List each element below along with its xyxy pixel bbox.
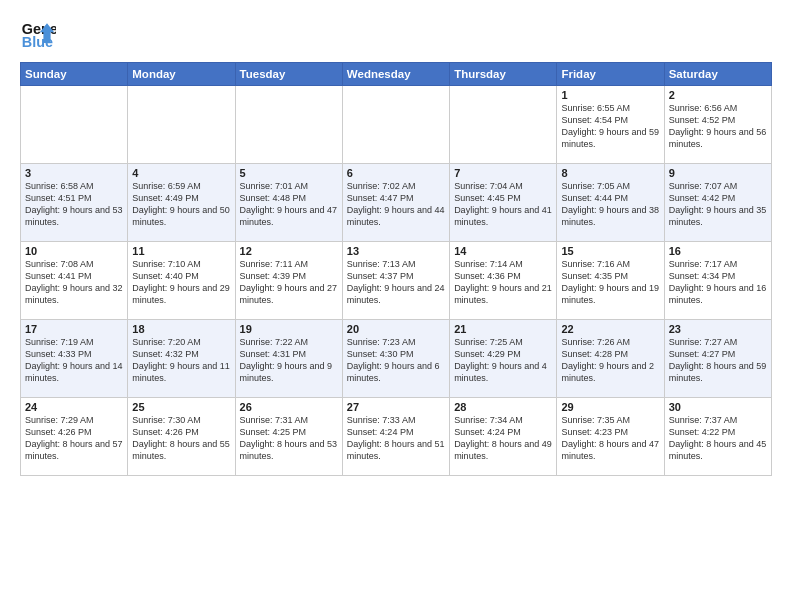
day-info: Sunrise: 7:26 AM Sunset: 4:28 PM Dayligh…	[561, 336, 659, 385]
calendar-cell: 29Sunrise: 7:35 AM Sunset: 4:23 PM Dayli…	[557, 398, 664, 476]
calendar-cell: 7Sunrise: 7:04 AM Sunset: 4:45 PM Daylig…	[450, 164, 557, 242]
day-of-week-header: Wednesday	[342, 63, 449, 86]
calendar-cell: 10Sunrise: 7:08 AM Sunset: 4:41 PM Dayli…	[21, 242, 128, 320]
calendar-week-row: 10Sunrise: 7:08 AM Sunset: 4:41 PM Dayli…	[21, 242, 772, 320]
calendar-cell: 21Sunrise: 7:25 AM Sunset: 4:29 PM Dayli…	[450, 320, 557, 398]
day-number: 26	[240, 401, 338, 413]
day-number: 15	[561, 245, 659, 257]
day-number: 9	[669, 167, 767, 179]
day-info: Sunrise: 7:11 AM Sunset: 4:39 PM Dayligh…	[240, 258, 338, 307]
day-info: Sunrise: 7:37 AM Sunset: 4:22 PM Dayligh…	[669, 414, 767, 463]
calendar-cell: 1Sunrise: 6:55 AM Sunset: 4:54 PM Daylig…	[557, 86, 664, 164]
day-of-week-header: Monday	[128, 63, 235, 86]
calendar-cell: 19Sunrise: 7:22 AM Sunset: 4:31 PM Dayli…	[235, 320, 342, 398]
calendar-header-row: SundayMondayTuesdayWednesdayThursdayFrid…	[21, 63, 772, 86]
calendar-cell: 17Sunrise: 7:19 AM Sunset: 4:33 PM Dayli…	[21, 320, 128, 398]
calendar-cell: 9Sunrise: 7:07 AM Sunset: 4:42 PM Daylig…	[664, 164, 771, 242]
day-of-week-header: Tuesday	[235, 63, 342, 86]
day-info: Sunrise: 7:31 AM Sunset: 4:25 PM Dayligh…	[240, 414, 338, 463]
calendar-cell: 24Sunrise: 7:29 AM Sunset: 4:26 PM Dayli…	[21, 398, 128, 476]
day-info: Sunrise: 6:59 AM Sunset: 4:49 PM Dayligh…	[132, 180, 230, 229]
day-info: Sunrise: 7:17 AM Sunset: 4:34 PM Dayligh…	[669, 258, 767, 307]
day-number: 29	[561, 401, 659, 413]
day-number: 10	[25, 245, 123, 257]
calendar-cell: 16Sunrise: 7:17 AM Sunset: 4:34 PM Dayli…	[664, 242, 771, 320]
day-info: Sunrise: 6:58 AM Sunset: 4:51 PM Dayligh…	[25, 180, 123, 229]
day-number: 5	[240, 167, 338, 179]
day-number: 24	[25, 401, 123, 413]
day-number: 13	[347, 245, 445, 257]
day-of-week-header: Thursday	[450, 63, 557, 86]
day-number: 1	[561, 89, 659, 101]
calendar-cell	[235, 86, 342, 164]
calendar-cell: 27Sunrise: 7:33 AM Sunset: 4:24 PM Dayli…	[342, 398, 449, 476]
day-number: 25	[132, 401, 230, 413]
calendar-cell: 15Sunrise: 7:16 AM Sunset: 4:35 PM Dayli…	[557, 242, 664, 320]
calendar-cell: 6Sunrise: 7:02 AM Sunset: 4:47 PM Daylig…	[342, 164, 449, 242]
calendar-cell: 25Sunrise: 7:30 AM Sunset: 4:26 PM Dayli…	[128, 398, 235, 476]
day-info: Sunrise: 7:02 AM Sunset: 4:47 PM Dayligh…	[347, 180, 445, 229]
day-number: 27	[347, 401, 445, 413]
day-info: Sunrise: 7:14 AM Sunset: 4:36 PM Dayligh…	[454, 258, 552, 307]
day-number: 28	[454, 401, 552, 413]
day-info: Sunrise: 7:13 AM Sunset: 4:37 PM Dayligh…	[347, 258, 445, 307]
calendar-week-row: 24Sunrise: 7:29 AM Sunset: 4:26 PM Dayli…	[21, 398, 772, 476]
calendar-cell: 26Sunrise: 7:31 AM Sunset: 4:25 PM Dayli…	[235, 398, 342, 476]
day-info: Sunrise: 7:27 AM Sunset: 4:27 PM Dayligh…	[669, 336, 767, 385]
logo-icon: General Blue	[20, 16, 56, 52]
calendar-cell: 22Sunrise: 7:26 AM Sunset: 4:28 PM Dayli…	[557, 320, 664, 398]
day-number: 20	[347, 323, 445, 335]
calendar-cell: 18Sunrise: 7:20 AM Sunset: 4:32 PM Dayli…	[128, 320, 235, 398]
day-number: 22	[561, 323, 659, 335]
day-info: Sunrise: 7:25 AM Sunset: 4:29 PM Dayligh…	[454, 336, 552, 385]
calendar-cell: 20Sunrise: 7:23 AM Sunset: 4:30 PM Dayli…	[342, 320, 449, 398]
day-number: 6	[347, 167, 445, 179]
day-of-week-header: Sunday	[21, 63, 128, 86]
calendar-cell	[21, 86, 128, 164]
day-info: Sunrise: 7:04 AM Sunset: 4:45 PM Dayligh…	[454, 180, 552, 229]
day-info: Sunrise: 7:01 AM Sunset: 4:48 PM Dayligh…	[240, 180, 338, 229]
calendar-cell: 30Sunrise: 7:37 AM Sunset: 4:22 PM Dayli…	[664, 398, 771, 476]
day-info: Sunrise: 7:10 AM Sunset: 4:40 PM Dayligh…	[132, 258, 230, 307]
calendar-cell: 28Sunrise: 7:34 AM Sunset: 4:24 PM Dayli…	[450, 398, 557, 476]
calendar-cell: 4Sunrise: 6:59 AM Sunset: 4:49 PM Daylig…	[128, 164, 235, 242]
day-number: 3	[25, 167, 123, 179]
logo: General Blue	[20, 16, 56, 52]
day-info: Sunrise: 7:19 AM Sunset: 4:33 PM Dayligh…	[25, 336, 123, 385]
calendar-cell: 13Sunrise: 7:13 AM Sunset: 4:37 PM Dayli…	[342, 242, 449, 320]
day-number: 18	[132, 323, 230, 335]
day-number: 4	[132, 167, 230, 179]
day-number: 11	[132, 245, 230, 257]
calendar-cell: 14Sunrise: 7:14 AM Sunset: 4:36 PM Dayli…	[450, 242, 557, 320]
day-number: 30	[669, 401, 767, 413]
calendar-week-row: 1Sunrise: 6:55 AM Sunset: 4:54 PM Daylig…	[21, 86, 772, 164]
day-info: Sunrise: 7:22 AM Sunset: 4:31 PM Dayligh…	[240, 336, 338, 385]
day-info: Sunrise: 7:08 AM Sunset: 4:41 PM Dayligh…	[25, 258, 123, 307]
day-number: 7	[454, 167, 552, 179]
calendar-week-row: 17Sunrise: 7:19 AM Sunset: 4:33 PM Dayli…	[21, 320, 772, 398]
calendar-cell: 11Sunrise: 7:10 AM Sunset: 4:40 PM Dayli…	[128, 242, 235, 320]
day-number: 21	[454, 323, 552, 335]
day-info: Sunrise: 7:23 AM Sunset: 4:30 PM Dayligh…	[347, 336, 445, 385]
day-info: Sunrise: 7:30 AM Sunset: 4:26 PM Dayligh…	[132, 414, 230, 463]
day-info: Sunrise: 6:56 AM Sunset: 4:52 PM Dayligh…	[669, 102, 767, 151]
day-info: Sunrise: 7:34 AM Sunset: 4:24 PM Dayligh…	[454, 414, 552, 463]
day-number: 14	[454, 245, 552, 257]
calendar-cell	[128, 86, 235, 164]
day-info: Sunrise: 7:16 AM Sunset: 4:35 PM Dayligh…	[561, 258, 659, 307]
day-number: 2	[669, 89, 767, 101]
day-number: 8	[561, 167, 659, 179]
calendar-cell: 23Sunrise: 7:27 AM Sunset: 4:27 PM Dayli…	[664, 320, 771, 398]
calendar-cell: 2Sunrise: 6:56 AM Sunset: 4:52 PM Daylig…	[664, 86, 771, 164]
calendar-cell	[342, 86, 449, 164]
calendar-table: SundayMondayTuesdayWednesdayThursdayFrid…	[20, 62, 772, 476]
calendar-cell: 5Sunrise: 7:01 AM Sunset: 4:48 PM Daylig…	[235, 164, 342, 242]
calendar-cell: 12Sunrise: 7:11 AM Sunset: 4:39 PM Dayli…	[235, 242, 342, 320]
day-info: Sunrise: 7:35 AM Sunset: 4:23 PM Dayligh…	[561, 414, 659, 463]
calendar-cell: 8Sunrise: 7:05 AM Sunset: 4:44 PM Daylig…	[557, 164, 664, 242]
header: General Blue	[20, 16, 772, 52]
day-number: 16	[669, 245, 767, 257]
day-info: Sunrise: 7:05 AM Sunset: 4:44 PM Dayligh…	[561, 180, 659, 229]
calendar-week-row: 3Sunrise: 6:58 AM Sunset: 4:51 PM Daylig…	[21, 164, 772, 242]
day-number: 17	[25, 323, 123, 335]
